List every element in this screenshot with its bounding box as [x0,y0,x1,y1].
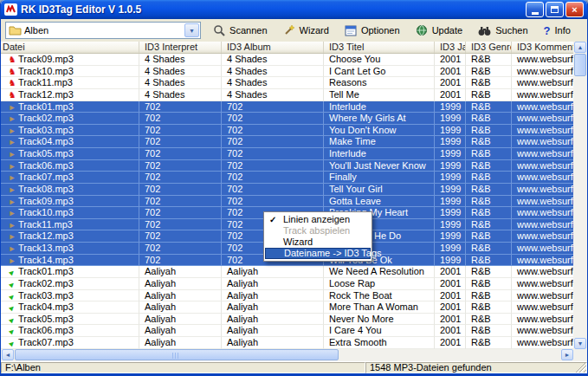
close-button[interactable]: × [565,2,584,17]
cell-kommentar: www.websurfenf [512,255,573,267]
toolbar-buttons: Scannen Wizard Optionen Update Suchen ? … [201,23,583,39]
maximize-button[interactable] [546,2,564,17]
menu-item-label: Dateiname -> ID3 Tags [284,248,382,258]
cell-jahr: 2001 [435,290,466,302]
cell-genre: R&B [466,290,512,302]
cell-kommentar: www.websurfenf [512,314,573,326]
file-name: Track10.mp3 [18,66,74,76]
menu-item-wizard[interactable]: Wizard [265,237,371,248]
table-header: Datei ID3 Interpret ID3 Album ID3 Titel … [1,42,573,54]
minimize-icon [532,12,539,15]
column-header-genre[interactable]: ID3 Genre [466,42,512,53]
scroll-left-button[interactable]: ◄ [2,349,14,360]
cell-file: ►Track12.mp3 [1,230,139,243]
cell-album: Aaliyah [222,290,324,302]
cell-interpret: 702 [139,101,222,113]
table-row[interactable]: ►Track02.mp3AaliyahAaliyahLoose Rap2001R… [1,278,573,290]
cell-album: 702 [222,172,324,184]
cell-genre: R&B [466,243,512,255]
table-row[interactable]: ♞Track12.mp34 Shades4 ShadesTell Me2001R… [1,89,573,101]
cell-genre: R&B [466,66,512,78]
tan-file-icon: ► [6,197,18,208]
cell-jahr: 2001 [435,337,466,349]
file-name: Track11.mp3 [18,219,73,230]
arrow-up-icon: ▲ [578,44,584,50]
binoculars-icon [478,25,491,36]
cell-interpret: Aaliyah [139,337,222,349]
cell-album: 702 [222,101,324,113]
options-button[interactable]: Optionen [341,23,404,38]
cell-kommentar: www.websurfenf [512,160,573,172]
vertical-scrollbar[interactable]: ▲ ▼ [573,42,587,349]
file-name: Track01.mp3 [18,266,74,276]
wizard-button[interactable]: Wizard [280,23,333,38]
cell-jahr: 1999 [435,219,466,231]
table-row[interactable]: ►Track05.mp3702702Interlude1999R&Bwww.we… [1,148,573,160]
table-row[interactable]: ►Track06.mp3702702You'll Just Never Know… [1,160,573,172]
file-name: Track03.mp3 [18,290,74,301]
cell-interpret: 702 [139,230,222,243]
cell-file: ►Track01.mp3 [1,101,139,113]
table-row[interactable]: ♞Track11.mp34 Shades4 ShadesReasons2001R… [1,77,573,89]
resize-grip[interactable] [576,362,586,373]
table-row[interactable]: ♞Track10.mp34 Shades4 ShadesI Cant Let G… [1,66,573,78]
file-name: Track05.mp3 [18,148,74,159]
cell-kommentar: www.websurfenf [512,77,573,89]
cell-interpret: Aaliyah [139,290,222,302]
title-bar[interactable]: RK ID3Tag Editor V 1.0.5 × [1,0,587,19]
scroll-down-button[interactable]: ▼ [574,338,586,349]
scan-button[interactable]: Scannen [210,23,270,38]
column-header-interpret[interactable]: ID3 Interpret [139,42,222,53]
table-row[interactable]: ►Track03.mp3702702You Don't Know1999R&Bw… [1,125,573,137]
cell-genre: R&B [466,301,512,314]
cell-interpret: Aaliyah [139,266,222,278]
cell-album: 4 Shades [222,89,324,101]
table-row[interactable]: ►Track07.mp3AaliyahAaliyahExtra Smooth20… [1,337,573,349]
cell-file: ♞Track11.mp3 [1,77,139,89]
table-row[interactable]: ►Track03.mp3AaliyahAaliyahRock The Boat2… [1,290,573,302]
update-button[interactable]: Update [412,23,466,38]
table-row[interactable]: ►Track02.mp3702702Where My Girls At1999R… [1,113,573,125]
cell-jahr: 1999 [435,113,466,125]
info-button[interactable]: ? Info [540,23,574,39]
menu-item-dateiname-id3-tags[interactable]: Dateiname -> ID3 Tags [265,248,371,259]
table-row[interactable]: ►Track01.mp3702702Interlude1999R&Bwww.we… [1,101,573,113]
cell-album: 702 [222,196,324,208]
column-header-kommentar[interactable]: ID3 Kommentar [512,42,573,53]
table-row[interactable]: ►Track09.mp3702702Gotta Leave1999R&Bwww.… [1,196,573,208]
options-window-icon [345,25,357,36]
column-header-jahr[interactable]: ID3 Jahr [435,42,466,53]
cell-file: ►Track06.mp3 [1,325,139,337]
cell-genre: R&B [466,266,512,278]
horizontal-scrollbar[interactable]: ◄ ► [1,349,587,361]
cell-genre: R&B [466,160,512,172]
column-header-titel[interactable]: ID3 Titel [324,42,435,53]
minimize-button[interactable] [526,2,544,17]
combo-dropdown-button[interactable]: ▼ [184,23,199,37]
table-row[interactable]: ►Track07.mp3702702Finally1999R&Bwww.webs… [1,172,573,184]
file-name: Track02.mp3 [18,278,74,288]
cell-album: 702 [222,113,324,125]
scroll-up-button[interactable]: ▲ [574,42,586,53]
search-button[interactable]: Suchen [475,23,531,38]
scroll-right-button[interactable]: ► [561,349,573,360]
table-row[interactable]: ►Track01.mp3AaliyahAaliyahWe Need A Reso… [1,266,573,278]
menu-item-linien-anzeigen[interactable]: ✓ Linien anzeigen [265,214,371,225]
table-row[interactable]: ♞Track09.mp34 Shades4 ShadesChoose You20… [1,54,573,66]
cell-jahr: 1999 [435,101,466,113]
vertical-scrollbar-thumb[interactable] [574,54,586,76]
cell-interpret: 702 [139,255,222,267]
table-row[interactable]: ►Track06.mp3AaliyahAaliyahI Care 4 You20… [1,325,573,337]
table-row[interactable]: ►Track05.mp3AaliyahAaliyahNever No More2… [1,314,573,326]
table-row[interactable]: ►Track08.mp3702702Tell Your Girl1999R&Bw… [1,184,573,196]
column-header-album[interactable]: ID3 Album [222,42,324,53]
column-header-datei[interactable]: Datei [1,42,139,53]
cell-file: ►Track08.mp3 [1,184,139,196]
table-row[interactable]: ►Track04.mp3AaliyahAaliyahMore Than A Wo… [1,301,573,314]
table-row[interactable]: ►Track04.mp3702702Make Time1999R&Bwww.we… [1,136,573,148]
cell-jahr: 1999 [435,160,466,172]
tan-file-icon: ► [6,149,18,160]
horizontal-scrollbar-thumb[interactable] [15,349,339,360]
file-name: Track03.mp3 [18,125,74,135]
folder-combo[interactable]: Alben ▼ [5,22,201,39]
